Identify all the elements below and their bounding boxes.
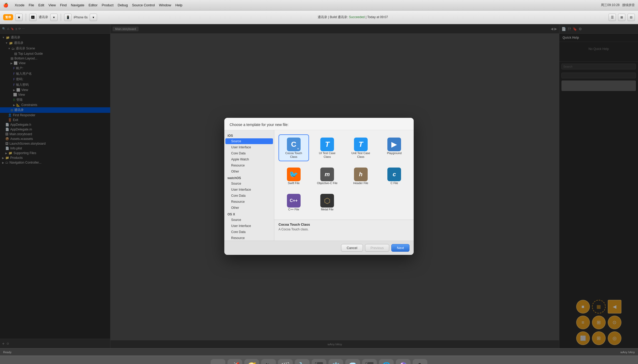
menu-find[interactable]: Find: [60, 3, 67, 7]
dock-terminal[interactable]: ⬛: [312, 359, 326, 364]
menu-editor[interactable]: Editor: [89, 3, 98, 7]
menu-product[interactable]: Product: [102, 3, 114, 7]
dock-prefs[interactable]: ⚙️: [328, 359, 343, 364]
status-bar: Ready wAny hAny: [0, 348, 638, 356]
stop-button[interactable]: ■: [15, 14, 23, 21]
cancel-button[interactable]: Cancel: [341, 244, 363, 252]
template-metal-file[interactable]: ⬡ Metal File: [312, 191, 343, 214]
sidebar-item-ios-applewatch[interactable]: Apple Watch: [225, 156, 273, 162]
device-selector[interactable]: 📱: [64, 14, 72, 21]
template-cocoa-touch-class[interactable]: C + Cocoa TouchClass: [279, 134, 309, 161]
dock-sketch[interactable]: 💎: [345, 359, 360, 364]
dock-app4[interactable]: 🔮: [396, 359, 411, 364]
sidebar-section-watchos: watchOS: [224, 175, 274, 180]
sidebar-item-watchos-ui[interactable]: User Interface: [225, 187, 273, 193]
header-icon: h: [354, 168, 368, 181]
playground-label: Playground: [387, 151, 402, 155]
menu-navigate[interactable]: Navigate: [71, 3, 84, 7]
editor-toggle[interactable]: ⊞: [618, 14, 625, 21]
sidebar-item-watchos-resource[interactable]: Resource: [225, 199, 273, 205]
apple-menu[interactable]: 🍎: [3, 3, 8, 8]
c-label: C File: [391, 181, 398, 185]
sidebar-item-osx-ui[interactable]: User Interface: [225, 223, 273, 229]
description-title: Cocoa Touch Class: [279, 223, 409, 226]
swift-icon: 🐦: [287, 168, 301, 181]
modal-sidebar: iOS Source User Interface Core Data Appl…: [224, 130, 274, 241]
dock-mouse[interactable]: 🖱: [261, 359, 276, 364]
footer-buttons: Cancel Previous Next: [341, 244, 409, 252]
toolbar: 暂停 ■ 🅰 通讯录 ▾ 📱 iPhone 6s ▾ 通讯录 | Build 通…: [0, 11, 638, 24]
dock-finder[interactable]: 🗂: [211, 359, 225, 364]
dock-launchpad[interactable]: 🚀: [227, 359, 242, 364]
template-c-file[interactable]: c C File: [379, 164, 410, 188]
menu-window[interactable]: Window: [159, 3, 171, 7]
build-status: 通讯录 | Build 通讯录: Succeeded | Today at 09…: [99, 15, 606, 19]
input-method: 接续拼音: [622, 3, 635, 7]
previous-button[interactable]: Previous: [365, 244, 389, 252]
dock-app3[interactable]: 🌐: [379, 359, 394, 364]
sidebar-item-ios-resource[interactable]: Resource: [225, 163, 273, 168]
template-grid: C + Cocoa TouchClass T UI Test CaseClass: [274, 130, 414, 220]
dock: 🗂 🚀 🧭 🖱 🎬 🔧 ⬛ ⚙️ 💎 ⬛ 🌐 🔮 🗑: [0, 356, 638, 364]
sidebar-item-ios-ui[interactable]: User Interface: [225, 144, 273, 150]
pause-button[interactable]: 暂停: [3, 14, 13, 20]
template-swift-file[interactable]: 🐦 Swift File: [279, 164, 309, 188]
menu-help[interactable]: Help: [175, 3, 183, 7]
menu-xcode[interactable]: Xcode: [15, 3, 24, 7]
ui-test-icon: T: [320, 138, 334, 151]
project-name: 通讯录: [39, 15, 48, 19]
description-text: A Cocoa Touch class.: [279, 228, 409, 231]
modal-title: Choose a template for your new file:: [230, 123, 288, 127]
modal-header: Choose a template for your new file:: [224, 118, 414, 130]
cocoa-touch-label: Cocoa TouchClass: [285, 151, 302, 159]
modal-body: iOS Source User Interface Core Data Appl…: [224, 130, 414, 241]
cpp-label: C++ File: [288, 208, 299, 211]
sidebar-item-watchos-coredata[interactable]: Core Data: [225, 193, 273, 199]
sidebar-item-ios-coredata[interactable]: Core Data: [225, 150, 273, 156]
status-right: wAny hAny: [620, 351, 635, 354]
sidebar-item-osx-coredata[interactable]: Core Data: [225, 229, 273, 235]
menu-edit[interactable]: Edit: [38, 3, 44, 7]
scheme-arrow[interactable]: ▾: [50, 14, 58, 21]
sidebar-item-osx-resource[interactable]: Resource: [225, 235, 273, 241]
sidebar-item-ios-source[interactable]: Source: [225, 138, 273, 144]
next-button[interactable]: Next: [391, 244, 409, 252]
dock-quicktime[interactable]: 🎬: [278, 359, 293, 364]
cpp-icon: C++: [287, 194, 301, 208]
ui-test-label: UI Test CaseClass: [319, 151, 336, 159]
metal-label: Metal File: [321, 208, 333, 211]
sidebar-item-watchos-other[interactable]: Other: [225, 205, 273, 211]
template-unit-test-case[interactable]: T Unit Test CaseClass: [346, 134, 376, 161]
menu-source-control[interactable]: Source Control: [132, 3, 155, 7]
c-icon: c: [387, 168, 401, 181]
objc-icon: m: [320, 168, 334, 181]
menubar: 🍎 Xcode File Edit View Find Navigate Edi…: [0, 0, 638, 11]
sidebar-section-ios: iOS: [224, 132, 274, 138]
modal-template-content: C + Cocoa TouchClass T UI Test CaseClass: [274, 130, 414, 241]
sidebar-item-ios-other[interactable]: Other: [225, 169, 273, 174]
sidebar-section-osx: OS X: [224, 211, 274, 217]
device-arrow[interactable]: ▾: [90, 14, 97, 21]
new-file-dialog: Choose a template for your new file: iOS…: [224, 118, 414, 255]
menu-debug[interactable]: Debug: [118, 3, 128, 7]
menu-view[interactable]: View: [48, 3, 56, 7]
dock-safari[interactable]: 🧭: [244, 359, 259, 364]
unit-test-label: Unit Test CaseClass: [351, 151, 370, 159]
menu-file[interactable]: File: [29, 3, 34, 7]
system-time: 周三09:10:28: [601, 3, 620, 7]
navigator-toggle[interactable]: ☰: [609, 14, 616, 21]
dock-tools[interactable]: 🔧: [295, 359, 310, 364]
template-ui-test-case[interactable]: T UI Test CaseClass: [312, 134, 343, 161]
template-playground[interactable]: ▶ Playground: [379, 134, 410, 161]
header-label: Header File: [353, 181, 368, 185]
project-icon: 🅰: [29, 14, 37, 21]
utility-toggle[interactable]: ⊟: [627, 14, 635, 21]
sidebar-item-watchos-source[interactable]: Source: [225, 181, 273, 186]
unit-test-icon: T: [354, 138, 368, 151]
sidebar-item-osx-source[interactable]: Source: [225, 217, 273, 223]
template-cpp-file[interactable]: C++ C++ File: [279, 191, 309, 214]
dock-app2[interactable]: ⬛: [362, 359, 377, 364]
template-objc-file[interactable]: m Objective-C File: [312, 164, 343, 188]
template-header-file[interactable]: h Header File: [346, 164, 376, 188]
dock-trash[interactable]: 🗑: [413, 359, 427, 364]
